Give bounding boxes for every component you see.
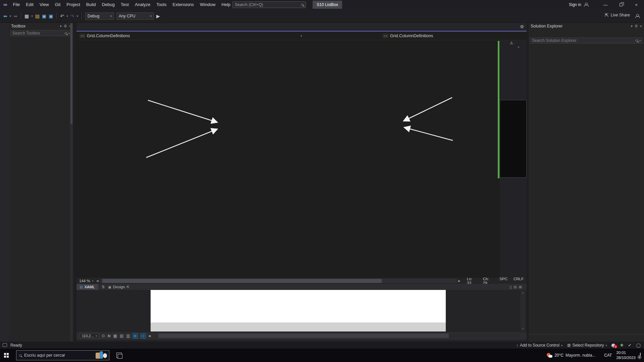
split-vertical-icon[interactable]: ▯ — [510, 285, 512, 289]
task-view-button[interactable] — [116, 353, 122, 358]
pin-icon[interactable]: ⚲ — [635, 24, 638, 28]
menu-item-git[interactable]: Git — [52, 0, 64, 9]
solution-explorer-search-input[interactable]: Search Solution Explorer ▾ — [530, 38, 643, 44]
minimap-viewport[interactable] — [500, 100, 527, 178]
toolbox-search-placeholder: Search Toolbox — [12, 31, 40, 36]
chevron-down-icon[interactable]: ▾ — [301, 34, 302, 38]
dropdown-caret-icon[interactable]: ▾ — [10, 14, 11, 18]
toolbar-separator — [56, 13, 57, 19]
chevron-down-icon[interactable]: ▾ — [631, 24, 633, 28]
toolbar-separator — [21, 13, 21, 19]
new-project-icon[interactable]: ▩ — [24, 14, 29, 18]
restore-button[interactable] — [613, 0, 629, 9]
designer-vertical-scrollbar[interactable]: ▲▼ — [521, 291, 525, 331]
menu-item-help[interactable]: Help — [218, 0, 233, 9]
designer-horizontal-scrollbar-thumb[interactable] — [158, 334, 449, 338]
effects-icon[interactable]: fx — [108, 334, 111, 338]
scroll-right-icon[interactable]: ▶ — [458, 279, 461, 283]
sign-in-label: Sign in — [569, 2, 581, 7]
menu-item-extensions[interactable]: Extensions — [170, 0, 197, 9]
debug-config-dropdown[interactable]: Debug▾ — [85, 12, 114, 20]
close-button[interactable]: × — [629, 0, 644, 9]
live-share-button[interactable]: ⇱ Live Share — [605, 13, 630, 17]
search-icon — [301, 4, 304, 6]
titlebar-document-tab[interactable]: S10 ListBox — [313, 1, 342, 9]
start-button[interactable] — [4, 353, 9, 358]
menu-item-file[interactable]: File — [10, 0, 23, 9]
grid-columns-icon[interactable]: ▤ — [120, 334, 123, 338]
menu-item-edit[interactable]: Edit — [23, 0, 36, 9]
snaplines-toggle-icon[interactable]: ⊡ — [141, 334, 146, 339]
dropdown-caret-icon[interactable]: ▾ — [76, 14, 78, 18]
add-to-source-control-button[interactable]: ↑ Add to Source Control ▴ — [516, 343, 562, 348]
save-icon[interactable]: ▣ — [42, 14, 46, 18]
clock[interactable]: 20:0128/10/2023 — [616, 350, 636, 360]
design-canvas-window[interactable] — [151, 290, 446, 322]
menu-item-tools[interactable]: Tools — [153, 0, 169, 9]
redo-icon[interactable]: ↷ — [70, 14, 74, 18]
select-repository-button[interactable]: ▥ Select Repository ▴ — [567, 343, 607, 348]
scroll-up-icon[interactable]: ▲ — [517, 45, 520, 48]
design-canvas-listbox-row[interactable] — [151, 322, 446, 331]
menu-item-analyze[interactable]: Analyze — [132, 0, 153, 9]
minimap-scrollbar[interactable]: ⚠ ▲ — [500, 40, 527, 278]
sync-status-icon[interactable]: ◯ — [636, 343, 641, 348]
scroll-left-icon[interactable]: ◀ — [148, 334, 151, 338]
xml-tag-icon: <> — [383, 34, 388, 38]
open-folder-icon[interactable]: ▤ — [35, 14, 40, 18]
sign-in-button[interactable]: Sign in — [569, 0, 588, 9]
scroll-left-icon[interactable]: ◀ — [96, 279, 99, 283]
keyboard-language[interactable]: CAT — [604, 353, 612, 358]
dropdown-caret-icon[interactable]: ▾ — [31, 14, 33, 18]
feedback-icon[interactable] — [635, 13, 639, 19]
nav-back-icon[interactable]: ⬅ — [3, 14, 7, 18]
tab-design[interactable]: ▣ Design ⇱ — [108, 285, 129, 289]
health-check-icon[interactable]: ✔ — [628, 343, 632, 348]
action-center-button[interactable]: 4 — [640, 353, 641, 358]
windows-taskbar: Escriu aquí per cercar 20°C Mayorm. nubl… — [0, 349, 644, 362]
pin-icon[interactable]: ⚲ — [64, 24, 67, 28]
quick-search-input[interactable]: Search (Ctrl+Q) — [232, 1, 306, 8]
swap-panes-icon[interactable]: ⇅ — [102, 285, 105, 289]
save-all-icon[interactable]: ▣ — [49, 14, 53, 18]
menu-item-view[interactable]: View — [37, 0, 52, 9]
toolbox-search-input[interactable]: Search Toolbox ▾ — [10, 30, 72, 36]
code-editor[interactable] — [76, 40, 498, 278]
breadcrumb-right[interactable]: Grid.ColumnDefinitions — [390, 34, 433, 38]
menu-item-debug[interactable]: Debug — [99, 0, 118, 9]
split-horizontal-icon[interactable]: ⊟ — [514, 285, 517, 289]
chevron-down-icon[interactable]: ▾ — [60, 24, 62, 28]
horizontal-scrollbar-thumb[interactable] — [102, 279, 382, 283]
nav-forward-icon[interactable]: ➡ — [13, 14, 17, 18]
minimize-button[interactable]: — — [598, 0, 613, 9]
tab-xaml[interactable]: ⊡ XAML — [76, 284, 98, 290]
show-grid-icon[interactable]: ▦ — [113, 334, 117, 338]
close-icon[interactable]: × — [640, 24, 642, 28]
editor-zoom-level[interactable]: 144 % — [79, 279, 90, 283]
visual-studio-window: ∞ FileEditViewGitProjectBuildDebugTestAn… — [0, 0, 644, 362]
toolbox-scrollbar[interactable] — [70, 23, 73, 342]
menu-item-build[interactable]: Build — [83, 0, 99, 9]
gear-icon[interactable]: ⚙ — [520, 24, 524, 29]
fit-selection-icon[interactable]: ⊙ — [102, 334, 105, 338]
start-debugging-icon[interactable]: ▶ — [156, 14, 160, 18]
popout-icon[interactable]: ⇱ — [127, 285, 129, 289]
snap-grid-toggle-icon[interactable]: ⊞ — [133, 334, 138, 339]
platform-dropdown[interactable]: Any CPU▾ — [116, 12, 154, 20]
feedback-icon[interactable] — [3, 343, 7, 347]
split-grid-icon[interactable]: ⊞ — [519, 285, 522, 289]
menu-item-test[interactable]: Test — [118, 0, 132, 9]
menu-item-project[interactable]: Project — [63, 0, 83, 9]
grid-rows-icon[interactable]: ▥ — [126, 334, 130, 338]
extension-update-icon[interactable]: ✚ — [620, 343, 623, 348]
title-bar: ∞ FileEditViewGitProjectBuildDebugTestAn… — [0, 0, 644, 9]
breadcrumb-left[interactable]: Grid.ColumnDefinitions — [87, 34, 130, 38]
menu-item-window[interactable]: Window — [197, 0, 218, 9]
dropdown-caret-icon[interactable]: ▾ — [66, 14, 68, 18]
weather-widget[interactable]: 20°C Mayorm. nubla... — [547, 353, 595, 358]
chevron-down-icon[interactable]: ▾ — [92, 280, 94, 283]
undo-icon[interactable]: ↶ — [60, 14, 64, 18]
designer-zoom-dropdown[interactable]: 110,2...▾ — [80, 333, 99, 339]
notifications-bell-button[interactable]: 3 — [611, 344, 615, 347]
taskbar-search-input[interactable]: Escriu aquí per cercar — [16, 350, 109, 360]
